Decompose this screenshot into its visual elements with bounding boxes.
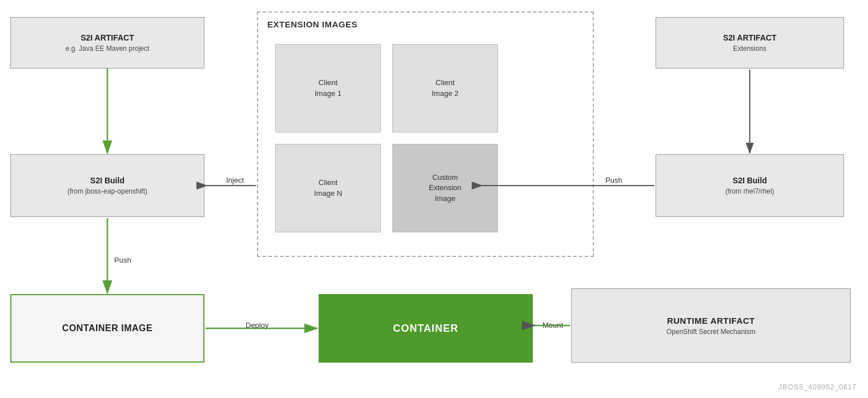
s2i-artifact-right: S2I ARTIFACT Extensions [656, 17, 844, 69]
container-title: CONTAINER [393, 323, 459, 335]
extension-images-label: EXTENSION IMAGES [267, 19, 357, 29]
runtime-artifact-subtitle: OpenShift Secret Mechanism [666, 328, 756, 336]
diagram-container: S2I ARTIFACT e.g. Java EE Maven project … [0, 0, 868, 398]
extension-images-container: EXTENSION IMAGES Client Image 1 Client I… [257, 11, 594, 257]
s2i-build-right-title: S2I Build [733, 176, 767, 185]
container-image-box: CONTAINER IMAGE [10, 294, 204, 363]
runtime-artifact-box: RUNTIME ARTIFACT OpenShift Secret Mechan… [571, 288, 851, 363]
custom-extension-image: Custom Extension Image [392, 144, 498, 232]
inject-label: Inject [226, 176, 244, 184]
s2i-artifact-left: S2I ARTIFACT e.g. Java EE Maven project [10, 17, 204, 69]
s2i-artifact-left-title: S2I ARTIFACT [81, 33, 134, 42]
s2i-artifact-left-subtitle: e.g. Java EE Maven project [66, 45, 150, 53]
s2i-artifact-right-subtitle: Extensions [733, 45, 767, 53]
mount-label: Mount [542, 321, 563, 329]
client-image-1: Client Image 1 [275, 44, 381, 132]
push-right-label: Push [605, 176, 622, 184]
s2i-build-right-subtitle: (from rhel7/rhel) [725, 187, 774, 195]
push-left-label: Push [114, 256, 131, 264]
container-box: CONTAINER [319, 294, 533, 363]
watermark: JBOSS_409952_0617 [779, 383, 857, 391]
deploy-label: Deploy [246, 321, 268, 329]
container-image-title: CONTAINER IMAGE [62, 323, 152, 333]
s2i-artifact-right-title: S2I ARTIFACT [723, 33, 777, 42]
s2i-build-left: S2I Build (from jboss-eap-openshift) [10, 154, 204, 217]
runtime-artifact-title: RUNTIME ARTIFACT [667, 316, 755, 325]
s2i-build-left-subtitle: (from jboss-eap-openshift) [67, 187, 147, 195]
client-image-n: Client Image N [275, 144, 381, 232]
s2i-build-right: S2I Build (from rhel7/rhel) [656, 154, 844, 217]
s2i-build-left-title: S2I Build [90, 176, 124, 185]
client-image-2: Client Image 2 [392, 44, 498, 132]
